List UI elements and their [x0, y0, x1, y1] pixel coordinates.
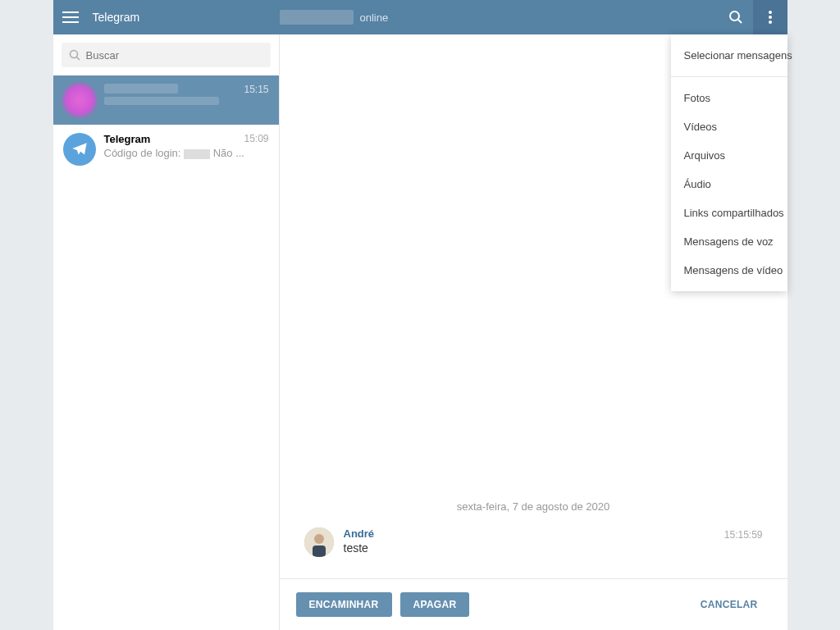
search-button[interactable]: [719, 0, 753, 34]
dropdown-files[interactable]: Arquivos: [671, 141, 788, 170]
message-time: 15:15:59: [724, 529, 763, 541]
svg-rect-0: [62, 11, 79, 13]
chat-list: 15:15 Telegram Código de login: Não ... …: [53, 75, 279, 630]
dropdown-voice-messages[interactable]: Mensagens de voz: [671, 227, 788, 256]
svg-point-7: [769, 21, 772, 24]
svg-point-6: [769, 16, 772, 19]
svg-rect-1: [62, 16, 79, 18]
app-window: Telegram online: [53, 0, 788, 630]
sidebar: 15:15 Telegram Código de login: Não ... …: [53, 34, 280, 630]
message-avatar: [304, 527, 334, 557]
hamburger-icon: [62, 11, 79, 23]
svg-rect-12: [313, 546, 326, 557]
cancel-button[interactable]: CANCELAR: [687, 592, 771, 617]
avatar: [63, 133, 96, 166]
chat-name-redacted: [104, 84, 178, 94]
telegram-icon: [71, 140, 89, 158]
message-text: teste: [344, 541, 763, 555]
chat-time: 15:15: [244, 84, 268, 95]
dropdown-select-messages[interactable]: Selecionar mensagens: [671, 41, 788, 70]
date-divider: sexta-feira, 7 de agosto de 2020: [304, 500, 763, 513]
svg-point-11: [314, 534, 324, 544]
svg-line-4: [738, 20, 742, 23]
header-bar: Telegram online: [53, 0, 788, 34]
options-dropdown: Selecionar mensagens Fotos Vídeos Arquiv…: [671, 34, 788, 291]
avatar: [63, 84, 96, 116]
message-sender: André: [344, 527, 763, 540]
delete-button[interactable]: APAGAR: [400, 592, 470, 617]
kebab-icon: [769, 11, 772, 24]
chat-time: 15:09: [244, 133, 268, 144]
svg-line-9: [76, 57, 80, 61]
chat-list-item[interactable]: Telegram Código de login: Não ... 15:09: [53, 125, 279, 174]
svg-point-3: [730, 11, 739, 21]
search-input[interactable]: [62, 43, 271, 67]
search-field-icon: [69, 49, 80, 61]
svg-rect-2: [62, 21, 79, 23]
svg-point-8: [70, 51, 77, 58]
chat-title-area[interactable]: online: [280, 10, 389, 25]
message-row[interactable]: André teste 15:15:59: [304, 523, 763, 562]
dropdown-video-messages[interactable]: Mensagens de vídeo: [671, 256, 788, 285]
contact-name-redacted: [280, 10, 354, 25]
dropdown-shared-links[interactable]: Links compartilhados: [671, 199, 788, 227]
chat-list-item-active[interactable]: 15:15: [53, 75, 279, 125]
svg-point-5: [769, 11, 772, 14]
dropdown-photos[interactable]: Fotos: [671, 84, 788, 112]
chat-preview: Código de login: Não ...: [104, 147, 269, 159]
forward-button[interactable]: ENCAMINHAR: [296, 592, 392, 617]
online-status: online: [360, 11, 389, 24]
menu-button[interactable]: [53, 0, 88, 34]
more-options-button[interactable]: [753, 0, 788, 34]
dropdown-videos[interactable]: Vídeos: [671, 112, 788, 141]
chat-preview-redacted: [104, 97, 219, 105]
dropdown-audio[interactable]: Áudio: [671, 170, 788, 199]
selection-action-bar: ENCAMINHAR APAGAR CANCELAR: [280, 578, 788, 630]
app-title: Telegram: [93, 11, 280, 24]
login-code-redacted: [184, 149, 210, 159]
search-icon: [728, 10, 743, 25]
